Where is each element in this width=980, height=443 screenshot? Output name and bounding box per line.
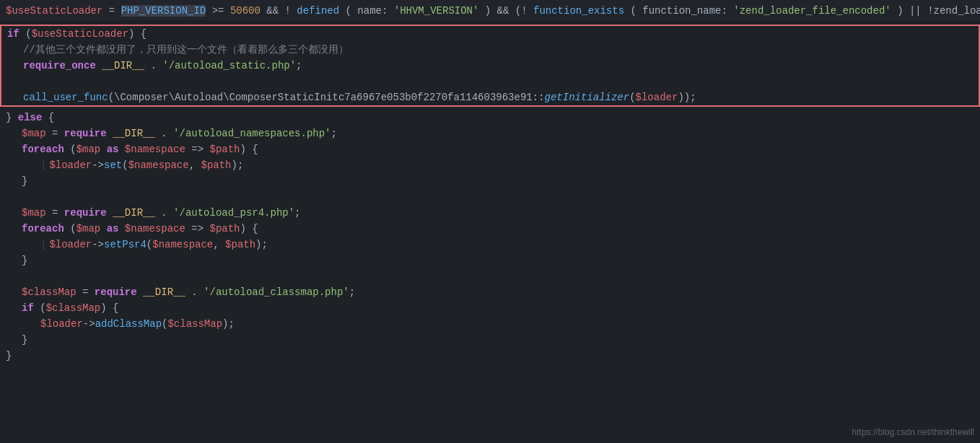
code-line: foreach ( $map as $namespace => $path ) …: [0, 221, 980, 237]
top-bar-const: PHP_VERSION_ID: [121, 5, 206, 17]
code-line: }: [0, 253, 980, 268]
watermark: https://blog.csdn.net/thinkthewill: [852, 427, 974, 437]
highlighted-block: if ( $useStaticLoader ) { //其他三个文件都没用了，只…: [0, 25, 980, 107]
top-bar-var: $useStaticLoader: [6, 5, 102, 17]
code-line: if ( $useStaticLoader ) {: [1, 26, 979, 42]
top-bar: $useStaticLoader = PHP_VERSION_ID >= 506…: [0, 0, 980, 22]
code-line: $map = require __DIR__ . '/autoload_name…: [0, 126, 980, 141]
code-line: }: [0, 173, 980, 189]
code-line: [1, 74, 979, 89]
code-line: if ( $classMap ) {: [0, 300, 980, 316]
code-line: }: [0, 332, 980, 348]
code-line: | $loader -> setPsr4 ( $namespace , $pat…: [0, 237, 980, 253]
code-line: [0, 268, 980, 284]
code-line: call_user_func (\Composer\Autoload\Compo…: [1, 89, 979, 105]
code-line: require_once __DIR__ . '/autoload_static…: [1, 58, 979, 74]
code-line: [0, 189, 980, 205]
code-container: $useStaticLoader = PHP_VERSION_ID >= 506…: [0, 0, 980, 443]
code-line: } else {: [0, 110, 980, 126]
code-line: }: [0, 348, 980, 364]
code-line: | $loader -> set ( $namespace , $path );: [0, 157, 980, 173]
code-line: $map = require __DIR__ . '/autoload_psr4…: [0, 205, 980, 221]
code-line: $loader -> addClassMap ( $classMap );: [0, 316, 980, 332]
code-line: //其他三个文件都没用了，只用到这一个文件（看着那么多三个都没用）: [1, 42, 979, 58]
code-line: $classMap = require __DIR__ . '/autoload…: [0, 284, 980, 300]
code-line: foreach ( $map as $namespace => $path ) …: [0, 141, 980, 157]
